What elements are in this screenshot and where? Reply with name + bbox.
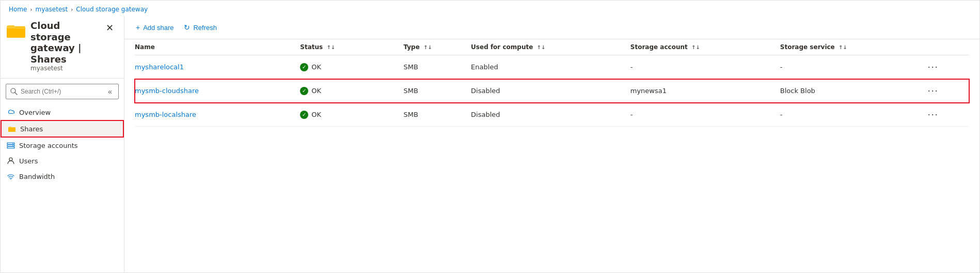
col-storage-service[interactable]: Storage service ↑↓ — [780, 39, 925, 55]
svg-point-10 — [9, 158, 12, 161]
breadcrumb-current[interactable]: Cloud storage gateway — [76, 6, 148, 13]
sidebar-header: Cloud storage gateway | Shares myasetest… — [1, 16, 124, 79]
close-button[interactable]: ✕ — [102, 20, 118, 36]
svg-rect-1 — [7, 28, 25, 38]
add-share-button[interactable]: + Add share — [135, 21, 175, 34]
svg-point-9 — [12, 145, 13, 146]
user-icon — [7, 157, 15, 165]
nav-list: Overview Shares — [1, 102, 124, 186]
cell-type: SMB — [403, 55, 471, 79]
more-actions-button[interactable]: ··· — [925, 60, 942, 73]
cell-status: ✓OK — [300, 103, 403, 127]
sidebar-item-shares[interactable]: Shares — [1, 120, 124, 138]
sidebar-item-storage-label: Storage accounts — [19, 142, 78, 149]
cell-name[interactable]: mysmb-localshare — [135, 103, 300, 127]
cloud-icon — [7, 108, 15, 116]
chevron-icon-1: › — [30, 7, 32, 12]
app-container: Home › myasetest › Cloud storage gateway… — [0, 0, 980, 273]
cell-used-for-compute: Disabled — [471, 79, 630, 103]
col-type[interactable]: Type ↑↓ — [403, 39, 471, 55]
status-text: OK — [311, 63, 321, 71]
more-actions-button[interactable]: ··· — [925, 108, 942, 121]
sidebar-item-overview[interactable]: Overview — [1, 104, 124, 120]
sidebar: Cloud storage gateway | Shares myasetest… — [1, 16, 124, 272]
col-status[interactable]: Status ↑↓ — [300, 39, 403, 55]
svg-rect-7 — [7, 147, 14, 148]
cell-storage-account: - — [630, 103, 780, 127]
breadcrumb-home[interactable]: Home — [9, 6, 27, 13]
svg-rect-6 — [7, 145, 14, 146]
breadcrumb-myasetest[interactable]: myasetest — [35, 6, 68, 13]
refresh-button[interactable]: ↻ Refresh — [183, 21, 218, 34]
col-used-for-compute[interactable]: Used for compute ↑↓ — [471, 39, 630, 55]
cell-more-actions: ··· — [925, 55, 969, 79]
search-box[interactable]: « — [6, 84, 119, 99]
content-area: + Add share ↻ Refresh Name — [124, 16, 979, 272]
cell-storage-account: - — [630, 55, 780, 79]
search-input[interactable] — [21, 88, 103, 95]
sidebar-item-users[interactable]: Users — [1, 153, 124, 169]
col-actions — [925, 39, 969, 55]
svg-point-8 — [12, 143, 13, 144]
sort-icon-compute: ↑↓ — [537, 44, 546, 50]
sidebar-item-overview-label: Overview — [19, 109, 51, 116]
plus-icon: + — [136, 23, 140, 32]
cell-storage-service: - — [780, 55, 925, 79]
cell-used-for-compute: Disabled — [471, 103, 630, 127]
sidebar-item-users-label: Users — [19, 157, 38, 165]
cell-status: ✓OK — [300, 79, 403, 103]
wifi-icon — [7, 172, 15, 180]
status-ok-icon: ✓ — [300, 87, 308, 95]
cell-used-for-compute: Enabled — [471, 55, 630, 79]
svg-rect-5 — [7, 143, 14, 144]
more-actions-button[interactable]: ··· — [925, 84, 942, 97]
breadcrumb: Home › myasetest › Cloud storage gateway — [1, 1, 979, 16]
col-name[interactable]: Name — [135, 39, 300, 55]
search-icon — [10, 88, 18, 95]
sidebar-item-shares-label: Shares — [20, 125, 43, 133]
sidebar-item-bandwidth[interactable]: Bandwidth — [1, 169, 124, 184]
chevron-icon-2: › — [71, 7, 73, 12]
svg-point-11 — [10, 179, 11, 180]
toolbar: + Add share ↻ Refresh — [124, 16, 979, 39]
cell-type: SMB — [403, 103, 471, 127]
sidebar-title-block: Cloud storage gateway | Shares myasetest — [30, 20, 97, 72]
table-container: Name Status ↑↓ Type ↑↓ Used fo — [124, 39, 979, 272]
sort-icon-storage-service: ↑↓ — [839, 44, 847, 50]
cell-status: ✓OK — [300, 55, 403, 79]
refresh-icon: ↻ — [184, 23, 190, 32]
status-text: OK — [311, 111, 321, 118]
shares-table: Name Status ↑↓ Type ↑↓ Used fo — [135, 39, 969, 127]
page-title: Cloud storage gateway | Shares — [30, 20, 97, 65]
sort-icon-status: ↑↓ — [326, 44, 335, 50]
folder-icon — [7, 21, 25, 40]
cell-storage-account: mynewsa1 — [630, 79, 780, 103]
cell-name[interactable]: mysharelocal1 — [135, 55, 300, 79]
cell-type: SMB — [403, 79, 471, 103]
cell-storage-service: Block Blob — [780, 79, 925, 103]
sort-icon-type: ↑↓ — [423, 44, 432, 50]
sort-icon-storage-account: ↑↓ — [691, 44, 700, 50]
table-row[interactable]: mysharelocal1✓OKSMBEnabled--··· — [135, 55, 969, 79]
cell-more-actions: ··· — [925, 103, 969, 127]
storage-icon — [7, 141, 15, 149]
col-storage-account[interactable]: Storage account ↑↓ — [630, 39, 780, 55]
main-layout: Cloud storage gateway | Shares myasetest… — [1, 16, 979, 272]
status-text: OK — [311, 87, 321, 95]
sidebar-item-bandwidth-label: Bandwidth — [19, 173, 55, 180]
sidebar-subtitle: myasetest — [30, 65, 97, 72]
status-ok-icon: ✓ — [300, 111, 308, 119]
table-row[interactable]: mysmb-localshare✓OKSMBDisabled--··· — [135, 103, 969, 127]
cell-more-actions: ··· — [925, 79, 969, 103]
sidebar-item-storage-accounts[interactable]: Storage accounts — [1, 138, 124, 153]
table-header-row: Name Status ↑↓ Type ↑↓ Used fo — [135, 39, 969, 55]
collapse-sidebar-button[interactable]: « — [106, 86, 114, 97]
status-ok-icon: ✓ — [300, 63, 308, 71]
shares-folder-icon — [8, 125, 16, 133]
cell-storage-service: - — [780, 103, 925, 127]
table-row[interactable]: mysmb-cloudshare✓OKSMBDisabledmynewsa1Bl… — [135, 79, 969, 103]
cell-name[interactable]: mysmb-cloudshare — [135, 79, 300, 103]
svg-line-3 — [15, 93, 17, 95]
